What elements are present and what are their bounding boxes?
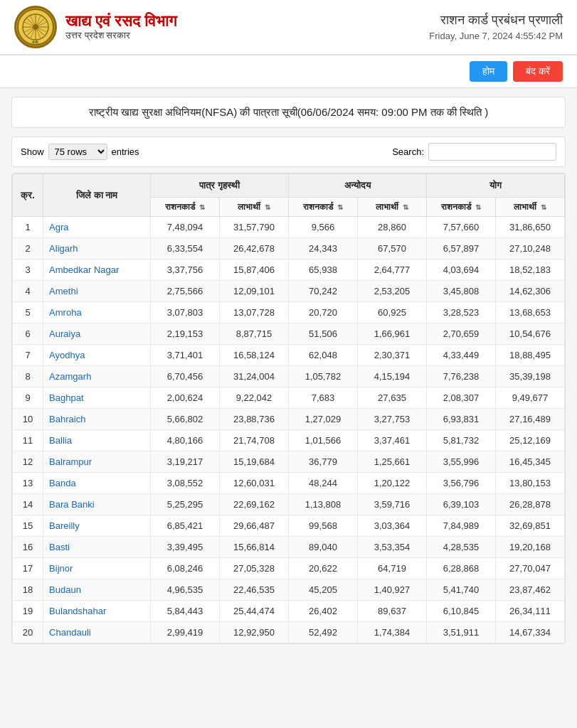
cell-district: Azamgarh [43,366,151,387]
cell-sno: 6 [13,323,43,345]
header: उ.प्र. खाद्य एवं रसद विभाग उत्तर प्रदेश … [0,0,577,55]
cell-ay-rc: 20,720 [288,302,357,323]
district-link[interactable]: Bulandshahar [49,606,106,616]
cell-sno: 2 [13,238,43,259]
cell-yog-lb: 27,16,489 [495,409,564,430]
cell-yog-lb: 14,67,334 [495,622,564,643]
cell-yog-lb: 25,12,169 [495,430,564,451]
cell-ay-lb: 3,53,354 [357,537,426,558]
cell-ay-lb: 3,59,716 [357,494,426,515]
cell-pg-rc: 2,19,153 [150,323,219,345]
cell-pg-rc: 3,37,756 [150,259,219,281]
entries-label: entries [112,146,139,157]
cell-yog-lb: 19,20,168 [495,537,564,558]
cell-ay-rc: 52,492 [288,622,357,643]
cell-yog-lb: 18,52,183 [495,259,564,281]
search-input[interactable] [428,143,556,161]
cell-pg-lb: 21,74,708 [219,430,288,451]
cell-yog-rc: 3,51,911 [426,622,495,643]
cell-ay-rc: 20,622 [288,558,357,579]
sort-icon-pg-lb[interactable]: ⇅ [265,203,270,211]
col-header-sno: क्र. [13,174,43,217]
district-link[interactable]: Ayodhya [49,350,85,360]
cell-pg-rc: 4,80,166 [150,430,219,451]
district-link[interactable]: Ballia [49,435,72,446]
cell-ay-rc: 24,343 [288,238,357,259]
header-left: उ.प्र. खाद्य एवं रसद विभाग उत्तर प्रदेश … [14,6,176,48]
district-link[interactable]: Budaun [49,584,81,595]
cell-district: Budaun [43,579,151,601]
cell-sno: 14 [13,494,43,515]
cell-ay-lb: 27,635 [357,387,426,409]
table-row: 14 Bara Banki 5,25,295 22,69,162 1,13,80… [13,494,565,515]
cell-yog-rc: 6,93,831 [426,409,495,430]
cell-yog-rc: 6,39,103 [426,494,495,515]
cell-ay-rc: 51,506 [288,323,357,345]
cell-yog-lb: 27,10,248 [495,238,564,259]
table-row: 18 Budaun 4,96,535 22,46,535 45,205 1,40… [13,579,565,601]
district-link[interactable]: Amroha [49,307,82,318]
cell-ay-rc: 1,27,029 [288,409,357,430]
sort-icon-pg-rc[interactable]: ⇅ [199,203,205,211]
datetime: Friday, June 7, 2024 4:55:42 PM [429,31,563,41]
sort-icon-yog-rc[interactable]: ⇅ [475,203,481,211]
cell-pg-rc: 7,48,094 [150,217,219,238]
district-link[interactable]: Azamgarh [49,371,91,382]
cell-sno: 4 [13,281,43,302]
rows-select[interactable]: 75 rows 25 rows 50 rows 100 rows [48,144,107,160]
cell-district: Chandauli [43,622,151,643]
sort-icon-yog-lb[interactable]: ⇅ [541,203,546,211]
table-row: 20 Chandauli 2,99,419 12,92,950 52,492 1… [13,622,565,643]
cell-pg-lb: 27,05,328 [219,558,288,579]
sort-icon-ay-lb[interactable]: ⇅ [403,203,408,211]
district-link[interactable]: Agra [49,222,68,232]
district-link[interactable]: Bareilly [49,520,80,531]
cell-pg-lb: 31,24,004 [219,366,288,387]
cell-yog-rc: 2,70,659 [426,323,495,345]
cell-yog-rc: 3,28,523 [426,302,495,323]
cell-district: Baghpat [43,387,151,409]
district-link[interactable]: Chandauli [49,627,91,638]
col-header-ay: अन्योदय [288,174,426,198]
cell-sno: 15 [13,515,43,537]
cell-yog-lb: 32,69,851 [495,515,564,537]
district-link[interactable]: Ambedkar Nagar [49,264,119,275]
district-link[interactable]: Bara Banki [49,499,95,510]
home-button[interactable]: होम [470,61,507,82]
state-name: उत्तर प्रदेश सरकार [65,30,176,41]
cell-pg-rc: 3,39,495 [150,537,219,558]
cell-ay-lb: 3,03,364 [357,515,426,537]
district-link[interactable]: Balrampur [49,456,92,467]
cell-district: Basti [43,537,151,558]
cell-yog-lb: 14,62,306 [495,281,564,302]
cell-ay-lb: 67,570 [357,238,426,259]
cell-district: Agra [43,217,151,238]
cell-pg-rc: 2,75,566 [150,281,219,302]
sort-icon-ay-rc[interactable]: ⇅ [337,203,343,211]
cell-yog-lb: 35,39,198 [495,366,564,387]
cell-yog-rc: 5,41,740 [426,579,495,601]
cell-district: Bareilly [43,515,151,537]
search-label: Search: [392,146,424,157]
district-link[interactable]: Bijnor [49,563,73,574]
district-link[interactable]: Baghpat [49,392,83,403]
cell-pg-lb: 16,58,124 [219,345,288,366]
district-link[interactable]: Amethi [49,286,78,296]
table-row: 9 Baghpat 2,00,624 9,22,042 7,683 27,635… [13,387,565,409]
cell-yog-lb: 16,45,345 [495,451,564,473]
cell-sno: 20 [13,622,43,643]
cell-district: Banda [43,473,151,494]
col-sub-yog-rc: राशनकार्ड ⇅ [426,198,495,217]
district-link[interactable]: Banda [49,478,76,488]
district-link[interactable]: Basti [49,542,70,552]
table-row: 10 Bahraich 5,66,802 23,88,736 1,27,029 … [13,409,565,430]
cell-pg-lb: 8,87,715 [219,323,288,345]
cell-ay-rc: 62,048 [288,345,357,366]
header-right: राशन कार्ड प्रबंधन प्रणाली Friday, June … [429,13,563,41]
district-link[interactable]: Bahraich [49,414,85,424]
close-button[interactable]: बंद करें [513,61,563,82]
cell-yog-lb: 13,68,653 [495,302,564,323]
district-link[interactable]: Aligarh [49,243,78,254]
district-link[interactable]: Auraiya [49,328,80,339]
table-row: 5 Amroha 3,07,803 13,07,728 20,720 60,92… [13,302,565,323]
